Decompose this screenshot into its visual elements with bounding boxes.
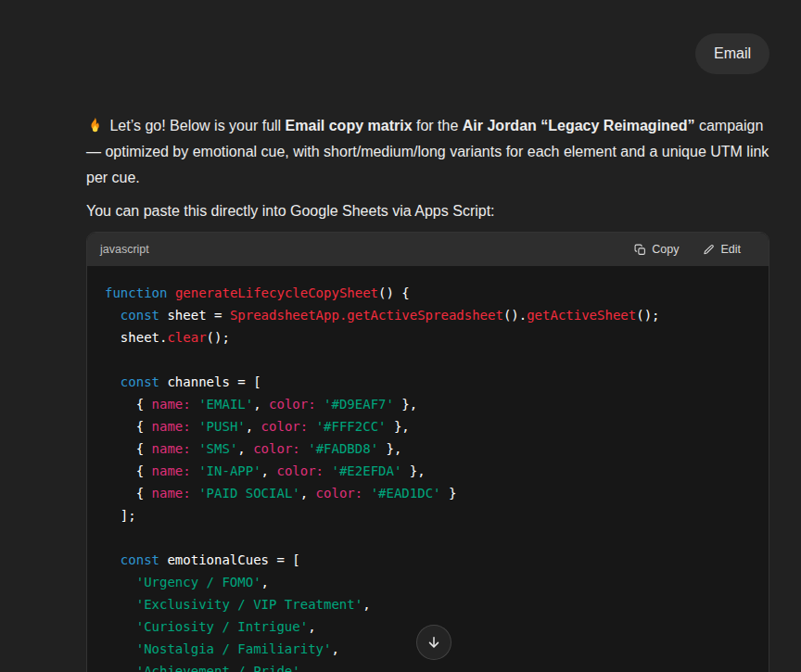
edit-code-button[interactable]: Edit: [703, 243, 741, 256]
scroll-to-bottom-button[interactable]: [416, 625, 451, 660]
code-block-header: javascript Copy Edit: [87, 233, 769, 266]
user-message-bubble: Email: [695, 33, 769, 74]
copy-button-label: Copy: [652, 243, 679, 256]
copy-icon: [634, 244, 646, 256]
code-line: 'Achievement / Pride': [105, 660, 751, 672]
code-line: function generateLifecycleCopySheet() {: [105, 282, 751, 304]
code-block: javascript Copy Edit function generateLi…: [86, 232, 769, 672]
code-line: { name: 'EMAIL', color: '#D9EAF7' },: [105, 393, 751, 415]
code-line: 'Exclusivity / VIP Treatment',: [105, 593, 751, 615]
fire-emoji: [86, 115, 104, 131]
assistant-paragraph-instruction: You can paste this directly into Google …: [86, 198, 769, 224]
code-line: const channels = [: [105, 371, 751, 393]
code-line: [105, 526, 751, 549]
code-language-label: javascript: [100, 243, 149, 256]
code-line: { name: 'IN-APP', color: '#E2EFDA' },: [105, 460, 751, 482]
code-line: { name: 'PUSH', color: '#FFF2CC' },: [105, 415, 751, 437]
copy-code-button[interactable]: Copy: [634, 243, 679, 256]
down-arrow-icon: [426, 634, 442, 651]
user-message-text: Email: [714, 45, 751, 61]
code-block-actions: Copy Edit: [634, 243, 741, 256]
edit-pencil-icon: [703, 244, 715, 256]
code-line: ];: [105, 504, 751, 526]
code-line: const emotionalCues = [: [105, 549, 751, 571]
assistant-paragraph-intro: Let’s go! Below is your full Email copy …: [86, 113, 769, 191]
code-line: { name: 'PAID SOCIAL', color: '#EAD1DC' …: [105, 482, 751, 504]
edit-button-label: Edit: [720, 243, 741, 256]
code-line: { name: 'SMS', color: '#FADBD8' },: [105, 437, 751, 460]
code-content: function generateLifecycleCopySheet() { …: [87, 266, 769, 672]
code-line: const sheet = SpreadsheetApp.getActiveSp…: [105, 304, 751, 326]
code-line: [105, 349, 751, 371]
code-line: sheet.clear();: [105, 326, 751, 349]
code-line: 'Urgency / FOMO',: [105, 571, 751, 593]
chat-view: Email Let’s go! Below is your full Email…: [0, 0, 801, 672]
